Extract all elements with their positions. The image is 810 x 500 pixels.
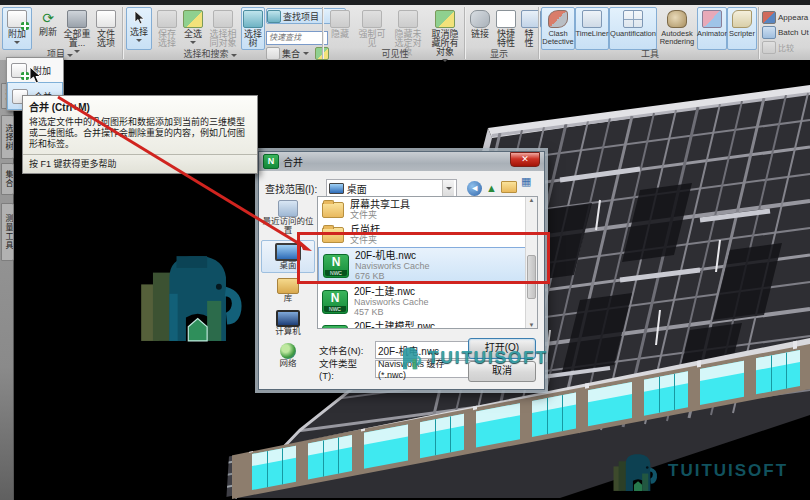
select-same-button[interactable]: 选择相同对象 — [205, 7, 241, 50]
batch-utility-button[interactable]: Batch Ut — [762, 25, 810, 39]
tooltip-title: 合并 (Ctrl+M) — [23, 96, 257, 115]
back-icon[interactable]: ◄ — [467, 181, 482, 196]
group-label-visibility: 可见性 — [355, 49, 435, 60]
select-cursor-icon — [130, 10, 148, 26]
group-label-tools: 工具 — [610, 49, 690, 60]
tuitui-watermark: TUITUISOFT — [394, 344, 548, 371]
mouse-cursor — [28, 66, 42, 84]
links-button[interactable]: 链接 — [468, 7, 492, 50]
select-all-icon — [183, 10, 203, 28]
animator-icon — [702, 10, 722, 28]
group-divider — [758, 7, 759, 59]
quick-properties-icon — [496, 10, 516, 28]
recent-places-icon — [278, 200, 298, 217]
require-icon — [362, 10, 382, 28]
chevron-down-icon — [442, 180, 454, 196]
autodesk-rendering-button[interactable]: Autodesk Rendering — [657, 7, 697, 50]
file-row-folder[interactable]: 屏幕共享工具文件夹 — [318, 197, 537, 222]
save-selection-button[interactable]: 保存选择 — [153, 7, 181, 50]
reset-all-button[interactable]: 全部重置... — [62, 7, 92, 50]
refresh-button[interactable]: ⟳ 刷新 — [34, 7, 62, 50]
folder-icon — [322, 202, 344, 218]
hide-unselected-button[interactable]: 隐藏未选定对象 — [390, 7, 426, 50]
select-button[interactable]: 选择 — [126, 7, 152, 50]
group-divider — [538, 7, 539, 59]
tooltip-footer: 按 F1 键获得更多帮助 — [23, 154, 257, 173]
appearance-profiler-icon — [762, 11, 776, 24]
selection-tree-button[interactable]: 选择树 — [241, 7, 265, 50]
compare-icon — [762, 41, 776, 54]
require-button[interactable]: 强制可见 — [355, 7, 389, 50]
nwc-file-icon: NNWC — [322, 325, 348, 330]
place-computer[interactable]: 计算机 — [262, 308, 314, 338]
hide-icon — [330, 10, 350, 28]
dock-tab-sets[interactable]: 集合 — [1, 163, 14, 195]
network-globe-icon — [280, 343, 296, 359]
tooltip-body: 将选定文件中的几何图形和数据添加到当前的三维模型或二维图纸。合并操作会删除重复的… — [23, 115, 257, 154]
quick-find-input[interactable] — [266, 31, 328, 45]
group-divider — [122, 7, 123, 59]
autodesk-rendering-icon — [667, 10, 687, 28]
append-icon — [11, 63, 27, 78]
watermark-text: TUITUISOFT — [428, 348, 548, 368]
select-all-button[interactable]: 全选 — [181, 7, 205, 50]
refresh-icon: ⟳ — [39, 10, 57, 26]
append-button[interactable]: 附加 — [2, 7, 32, 50]
links-icon — [470, 10, 490, 28]
ribbon: 附加 ⟳ 刷新 全部重置... 文件选项 选择 保存选择 全选 — [0, 5, 810, 58]
quantification-icon — [623, 10, 643, 28]
tuitui-elephant-logo — [133, 242, 253, 352]
annotation-highlight-rect — [297, 232, 550, 284]
compare-button[interactable]: 比较 — [762, 40, 810, 54]
new-folder-icon[interactable] — [501, 181, 517, 196]
file-name-label: 文件名(N): — [319, 343, 371, 357]
properties-button[interactable]: 特性 — [520, 7, 538, 50]
tuitui-watermark-bottom: TUITUISOFT — [610, 448, 788, 494]
group-label-display: 显示 — [462, 49, 536, 60]
scripter-icon — [732, 10, 752, 28]
append-icon — [7, 10, 27, 28]
navisworks-app-icon: N — [263, 154, 279, 169]
scripter-button[interactable]: Scripter — [727, 7, 757, 50]
file-row[interactable]: NNWC 20F-土建.nwcNavisworks Cache457 KB — [318, 284, 537, 319]
file-type-label: 文件类型(T): — [319, 356, 371, 381]
look-in-combobox[interactable]: 桌面 — [326, 179, 457, 197]
look-in-label: 查找范围(I): — [265, 181, 322, 196]
dialog-title-bar[interactable]: N 合并 ✕ — [259, 152, 544, 171]
hide-unselected-icon — [398, 10, 418, 28]
timeliner-icon — [582, 10, 602, 28]
watermark-text: TUITUISOFT — [668, 461, 788, 481]
animator-button[interactable]: Animator — [697, 7, 727, 50]
dock-tab-selection-tree[interactable]: 选择树 — [1, 115, 14, 159]
left-dock-bar: ive 选择树 集合 测量工具 — [0, 57, 14, 500]
up-folder-icon[interactable]: ▲ — [486, 181, 497, 195]
quantification-button[interactable]: Quantification — [609, 7, 657, 50]
file-options-button[interactable]: 文件选项 — [92, 7, 120, 50]
clash-detective-icon — [548, 10, 568, 28]
reset-all-icon — [67, 10, 87, 28]
select-same-icon — [213, 10, 233, 28]
close-icon[interactable]: ✕ — [510, 152, 540, 167]
file-row[interactable]: NNWC 20F-土建模型.nwcNavisworks Cache420 KB — [318, 319, 537, 329]
merge-tooltip: 合并 (Ctrl+M) 将选定文件中的几何图形和数据添加到当前的三维模型或二维图… — [22, 95, 258, 174]
batch-utility-icon — [762, 26, 776, 39]
clash-detective-button[interactable]: Clash Detective — [541, 7, 575, 50]
quick-properties-button[interactable]: 快捷特性 — [492, 7, 520, 50]
find-items-icon — [267, 10, 281, 23]
timeliner-button[interactable]: TimeLiner — [575, 7, 609, 50]
computer-icon — [276, 310, 300, 327]
place-network[interactable]: 网络 — [262, 341, 314, 370]
save-selection-icon — [157, 10, 177, 28]
nwc-file-icon: NNWC — [322, 290, 348, 314]
group-divider — [322, 7, 323, 59]
group-label-select-search: 选择和搜索 — [150, 49, 270, 60]
appearance-profiler-button[interactable]: Appeara — [762, 10, 810, 24]
selection-tree-icon — [243, 10, 263, 28]
navisworks-window: 常用视点审阅动画查看输出BIM 360渲染 附加 ⟳ 刷新 全部重置... 文件… — [0, 0, 810, 500]
dock-tab-measure-tools[interactable]: 测量工具 — [1, 203, 14, 261]
unhide-all-button[interactable]: 取消隐藏所有对象 — [427, 7, 463, 50]
file-options-icon — [96, 10, 116, 28]
hide-button[interactable]: 隐藏 — [326, 7, 354, 50]
libraries-icon — [277, 278, 299, 294]
dialog-title: 合并 — [283, 154, 506, 169]
